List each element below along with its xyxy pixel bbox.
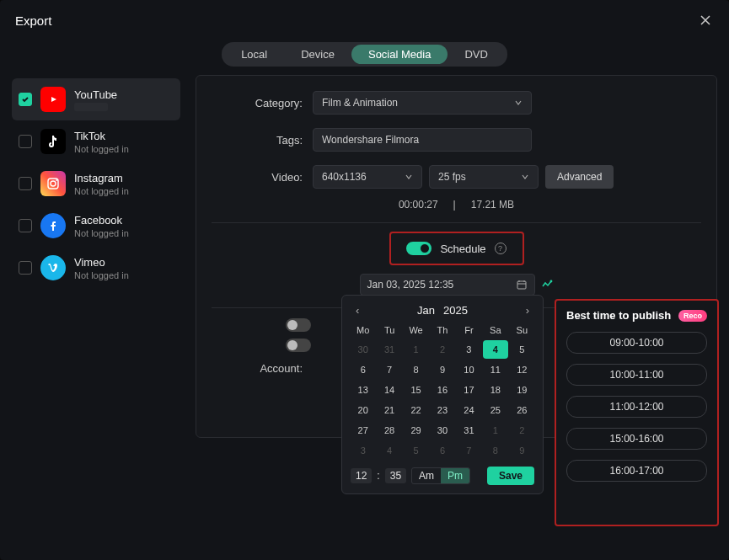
prev-month-button[interactable]: ‹ bbox=[351, 302, 364, 318]
reco-badge: Reco bbox=[678, 310, 707, 322]
category-select[interactable]: Film & Animation bbox=[313, 91, 532, 115]
calendar-day[interactable]: 9 bbox=[510, 441, 534, 460]
youtube-icon bbox=[40, 87, 66, 112]
checkbox-vimeo[interactable] bbox=[19, 261, 32, 275]
calendar-day[interactable]: 24 bbox=[457, 401, 481, 419]
calendar-day[interactable]: 5 bbox=[510, 340, 534, 359]
checkbox-instagram[interactable] bbox=[19, 177, 32, 190]
duration-value: 00:00:27 bbox=[399, 199, 438, 211]
calendar-day[interactable]: 6 bbox=[430, 441, 454, 460]
calendar-day[interactable]: 11 bbox=[483, 360, 507, 379]
resolution-select[interactable]: 640x1136 bbox=[313, 165, 422, 189]
calendar-day[interactable]: 31 bbox=[377, 340, 401, 359]
calendar-day[interactable]: 27 bbox=[351, 421, 375, 440]
best-time-panel: Best time to publish Reco 09:00-10:00 10… bbox=[555, 299, 719, 526]
calendar-day[interactable]: 18 bbox=[483, 381, 507, 399]
platform-name: Vimeo bbox=[74, 256, 129, 269]
advanced-button[interactable]: Advanced bbox=[545, 165, 614, 189]
calendar-day[interactable]: 30 bbox=[351, 340, 375, 359]
calendar-popover: ‹ Jan2025 › Mo Tu We Th Fr Sa Su 30 31 1… bbox=[341, 295, 544, 494]
platform-instagram[interactable]: Instagram Not logged in bbox=[12, 163, 180, 205]
filesize-value: 17.21 MB bbox=[471, 199, 514, 211]
platform-tiktok[interactable]: TikTok Not logged in bbox=[12, 120, 180, 163]
calendar-day[interactable]: 17 bbox=[457, 381, 481, 399]
time-slot[interactable]: 15:00-16:00 bbox=[566, 428, 707, 450]
ampm-toggle: Am Pm bbox=[411, 467, 470, 484]
calendar-day[interactable]: 31 bbox=[457, 421, 481, 440]
tab-device[interactable]: Device bbox=[284, 45, 351, 64]
calendar-day-selected[interactable]: 4 bbox=[483, 340, 507, 359]
fps-select[interactable]: 25 fps bbox=[429, 165, 539, 189]
option-toggle-1[interactable] bbox=[286, 318, 311, 332]
calendar-day[interactable]: 21 bbox=[377, 401, 401, 419]
calendar-day[interactable]: 7 bbox=[377, 360, 401, 379]
svg-point-4 bbox=[549, 280, 552, 283]
calendar-day[interactable]: 6 bbox=[351, 360, 375, 379]
tab-group: Local Device Social Media DVD bbox=[222, 42, 507, 67]
next-month-button[interactable]: › bbox=[521, 302, 534, 318]
platform-facebook[interactable]: Facebook Not logged in bbox=[12, 205, 180, 247]
calendar-day[interactable]: 3 bbox=[457, 340, 481, 359]
calendar-day[interactable]: 28 bbox=[377, 421, 401, 440]
datetime-value: Jan 03, 2025 12:35 bbox=[367, 279, 454, 291]
dow: Tu bbox=[377, 322, 401, 339]
tab-local[interactable]: Local bbox=[224, 45, 284, 64]
calendar-day[interactable]: 4 bbox=[377, 441, 401, 460]
calendar-day[interactable]: 9 bbox=[430, 360, 454, 379]
calendar-day[interactable]: 8 bbox=[483, 441, 507, 460]
schedule-toggle[interactable] bbox=[406, 242, 432, 255]
calendar-day[interactable]: 16 bbox=[430, 381, 454, 399]
calendar-day[interactable]: 23 bbox=[430, 401, 454, 419]
calendar-day[interactable]: 3 bbox=[351, 441, 375, 460]
dow: Th bbox=[430, 322, 454, 339]
tab-social-media[interactable]: Social Media bbox=[351, 45, 448, 64]
platform-youtube[interactable]: YouTube bbox=[12, 78, 180, 120]
checkbox-tiktok[interactable] bbox=[19, 135, 32, 148]
save-button[interactable]: Save bbox=[487, 467, 534, 485]
hour-input[interactable]: 12 bbox=[351, 468, 372, 483]
pm-button[interactable]: Pm bbox=[441, 468, 469, 483]
calendar-day[interactable]: 2 bbox=[510, 421, 534, 440]
calendar-day[interactable]: 1 bbox=[483, 421, 507, 440]
platform-vimeo[interactable]: Vimeo Not logged in bbox=[12, 247, 180, 289]
platform-sidebar: YouTube TikTok Not logged in bbox=[12, 75, 180, 438]
checkbox-youtube[interactable] bbox=[19, 93, 32, 106]
calendar-day[interactable]: 7 bbox=[457, 441, 481, 460]
time-slot[interactable]: 09:00-10:00 bbox=[566, 332, 707, 354]
checkbox-facebook[interactable] bbox=[19, 219, 32, 232]
tab-dvd[interactable]: DVD bbox=[448, 45, 504, 64]
calendar-day[interactable]: 5 bbox=[404, 441, 428, 460]
calendar-day[interactable]: 13 bbox=[351, 381, 375, 399]
calendar-day[interactable]: 26 bbox=[510, 401, 534, 419]
calendar-day[interactable]: 19 bbox=[510, 381, 534, 399]
minute-input[interactable]: 35 bbox=[385, 468, 406, 483]
tags-input[interactable]: Wondershare Filmora bbox=[313, 128, 532, 152]
calendar-day[interactable]: 14 bbox=[377, 381, 401, 399]
dialog-header: Export bbox=[12, 8, 717, 37]
calendar-day[interactable]: 29 bbox=[404, 421, 428, 440]
best-time-title: Best time to publish bbox=[566, 309, 671, 322]
platform-name: Instagram bbox=[74, 172, 129, 184]
calendar-day[interactable]: 12 bbox=[510, 360, 534, 379]
calendar-day[interactable]: 10 bbox=[457, 360, 481, 379]
calendar-day[interactable]: 2 bbox=[430, 340, 454, 359]
dow: Mo bbox=[351, 322, 375, 339]
time-slot[interactable]: 10:00-11:00 bbox=[566, 364, 707, 386]
best-time-icon[interactable] bbox=[540, 278, 554, 291]
chevron-down-icon bbox=[521, 173, 529, 181]
calendar-day[interactable]: 30 bbox=[430, 421, 454, 440]
calendar-day[interactable]: 1 bbox=[404, 340, 428, 359]
calendar-day[interactable]: 20 bbox=[351, 401, 375, 419]
time-slot[interactable]: 11:00-12:00 bbox=[566, 396, 707, 418]
help-icon[interactable]: ? bbox=[495, 243, 507, 254]
am-button[interactable]: Am bbox=[412, 468, 441, 483]
option-toggle-2[interactable] bbox=[286, 339, 311, 352]
calendar-day[interactable]: 22 bbox=[404, 401, 428, 419]
platform-status: Not logged in bbox=[74, 228, 129, 238]
time-slot[interactable]: 16:00-17:00 bbox=[566, 460, 707, 482]
calendar-day[interactable]: 25 bbox=[483, 401, 507, 419]
close-button[interactable] bbox=[697, 12, 714, 29]
datetime-input[interactable]: Jan 03, 2025 12:35 bbox=[360, 274, 535, 296]
calendar-day[interactable]: 15 bbox=[404, 381, 428, 399]
calendar-day[interactable]: 8 bbox=[404, 360, 428, 379]
